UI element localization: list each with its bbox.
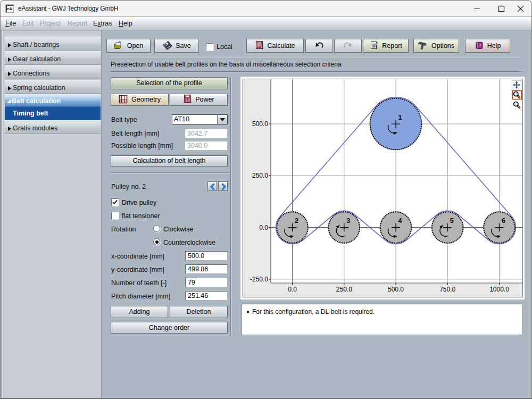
svg-text:1: 1 (398, 114, 402, 121)
svg-text:500.0: 500.0 (252, 120, 268, 128)
svg-text:6: 6 (502, 217, 505, 225)
svg-text:250.0: 250.0 (252, 172, 268, 179)
svg-text:750.0: 750.0 (439, 286, 455, 293)
svg-text:0.0: 0.0 (259, 224, 268, 231)
svg-text:0.0: 0.0 (288, 286, 297, 293)
svg-text:2: 2 (295, 217, 298, 225)
svg-text:-250.0: -250.0 (250, 276, 268, 283)
svg-text:5: 5 (450, 217, 454, 225)
svg-text:?: ? (478, 42, 481, 48)
svg-text:1000.0: 1000.0 (489, 286, 509, 293)
svg-text:250.0: 250.0 (336, 286, 352, 293)
svg-text:3: 3 (346, 217, 350, 225)
svg-text:500.0: 500.0 (388, 286, 404, 293)
svg-text:4: 4 (398, 217, 402, 225)
